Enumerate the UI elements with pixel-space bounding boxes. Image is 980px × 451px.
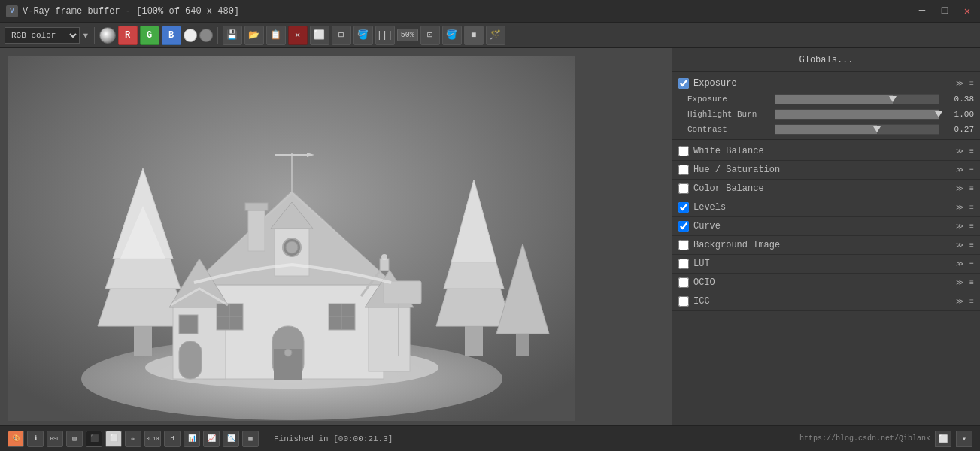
zoom-region-btn[interactable]: ⊡ [420, 26, 440, 45]
svg-rect-41 [380, 259, 389, 271]
contrast-label: Contrast [687, 125, 770, 134]
app-logo: V [6, 5, 18, 17]
background-image-checkbox[interactable] [678, 240, 689, 250]
copy-btn[interactable]: 📋 [266, 26, 286, 45]
open-btn[interactable]: 📂 [244, 26, 264, 45]
highlight-burn-fill [775, 110, 939, 119]
close-button[interactable]: ✕ [960, 5, 974, 17]
lut-expand-icon[interactable]: ≫ [956, 259, 963, 268]
close-render-btn[interactable]: ✕ [288, 26, 308, 45]
clone-btn[interactable]: 🪣 [353, 26, 373, 45]
curve-menu-icon[interactable]: ≡ [969, 222, 974, 231]
icc-checkbox[interactable] [678, 296, 689, 307]
statusbar-hsl-btn[interactable]: HSL [47, 431, 63, 447]
title-left: V V-Ray frame buffer - [100% of 640 x 48… [6, 5, 239, 17]
color-picker-btn[interactable] [99, 27, 116, 44]
blue-channel-btn[interactable]: B [162, 26, 181, 45]
statusbar-grid-btn[interactable]: ▦ [242, 431, 259, 447]
exposure-slider-label: Exposure [687, 95, 770, 104]
globals-header: Globals... [672, 48, 980, 72]
statusbar-info-btn[interactable]: ℹ [27, 431, 44, 447]
levels-expand-icon[interactable]: ≫ [956, 203, 963, 212]
background-image-menu-icon[interactable]: ≡ [969, 241, 974, 250]
svg-rect-32 [179, 341, 202, 379]
curve-checkbox[interactable] [678, 221, 689, 232]
url-link[interactable]: https://blog.csdn.net/Qiblank [799, 434, 930, 443]
title-bar: V V-Ray frame buffer - [100% of 640 x 48… [0, 0, 980, 23]
stop-btn[interactable]: ■ [464, 26, 484, 45]
dropdown-arrow[interactable]: ▾ [82, 28, 90, 43]
statusbar-dark-btn[interactable]: ⬛ [86, 431, 102, 447]
statusbar-h-btn[interactable]: H [164, 431, 181, 447]
color-balance-label: Color Balance [693, 183, 951, 194]
tile-btn[interactable]: ⊞ [332, 26, 351, 45]
icc-menu-icon[interactable]: ≡ [969, 298, 974, 306]
background-image-label: Background Image [693, 240, 951, 250]
color-mode-select[interactable]: RGB color [5, 27, 80, 44]
svg-rect-22 [245, 203, 268, 210]
statusbar-color-btn[interactable]: 🎨 [8, 431, 24, 447]
exposure-slider-track[interactable] [775, 94, 939, 104]
save-btn[interactable]: 💾 [223, 26, 242, 45]
effect-row-lut: LUT ≫ ≡ [672, 255, 980, 274]
render-frame [8, 56, 575, 421]
ocio-checkbox[interactable] [678, 277, 689, 288]
render-btn[interactable]: 🪣 [442, 26, 462, 45]
white-circle-btn[interactable] [184, 29, 197, 42]
effect-row-curve: Curve ≫ ≡ [672, 217, 980, 236]
statusbar-expand-btn[interactable]: ▾ [956, 431, 972, 447]
statusbar-light-btn[interactable]: ⬜ [105, 431, 122, 447]
lut-checkbox[interactable] [678, 259, 689, 269]
main-toolbar: RGB color ▾ R G B 💾 📂 📋 ✕ ⬜ ⊞ 🪣 ||| 50% … [0, 23, 980, 48]
contrast-track[interactable] [775, 124, 939, 135]
hue-saturation-menu-icon[interactable]: ≡ [969, 166, 974, 174]
statusbar-frame-btn[interactable]: ⬜ [935, 431, 951, 447]
ocio-menu-icon[interactable]: ≡ [969, 279, 974, 287]
region-btn[interactable]: ⬜ [310, 26, 329, 45]
exposure-checkbox[interactable] [678, 78, 689, 89]
highlight-burn-thumb [935, 111, 942, 117]
color-balance-checkbox[interactable] [678, 183, 689, 194]
magic-btn[interactable]: 🪄 [486, 26, 505, 45]
statusbar-edit-btn[interactable]: ✏ [125, 431, 141, 447]
exposure-label: Exposure [693, 78, 951, 89]
red-channel-btn[interactable]: R [118, 26, 138, 45]
lut-menu-icon[interactable]: ≡ [969, 260, 974, 268]
right-panel: Globals... Exposure ≫ ≡ Exposure 0.38 [672, 48, 980, 425]
effect-row-background-image: Background Image ≫ ≡ [672, 236, 980, 255]
statusbar-num-btn[interactable]: 0.10 [144, 431, 161, 447]
window-title: V-Ray frame buffer - [100% of 640 x 480] [23, 6, 239, 17]
exposure-expand-icon[interactable]: ≫ [956, 79, 963, 88]
contrast-slider-row: Contrast 0.27 [672, 122, 980, 137]
levels-menu-icon[interactable]: ≡ [969, 204, 974, 212]
color-balance-expand-icon[interactable]: ≫ [956, 184, 963, 193]
background-image-expand-icon[interactable]: ≫ [956, 241, 963, 250]
channel-btn[interactable]: ||| [375, 26, 395, 45]
statusbar-chart3-btn[interactable]: 📉 [223, 431, 239, 447]
hue-saturation-expand-icon[interactable]: ≫ [956, 165, 963, 174]
gray-circle-btn[interactable] [199, 29, 213, 42]
white-balance-checkbox[interactable] [678, 146, 689, 156]
icc-label: ICC [693, 296, 951, 307]
levels-checkbox[interactable] [678, 202, 689, 213]
hue-saturation-checkbox[interactable] [678, 165, 689, 175]
white-balance-menu-icon[interactable]: ≡ [969, 147, 974, 156]
statusbar-chart2-btn[interactable]: 📈 [203, 431, 220, 447]
white-balance-expand-icon[interactable]: ≫ [956, 147, 963, 156]
maximize-button[interactable]: □ [938, 5, 951, 17]
green-channel-btn[interactable]: G [140, 26, 159, 45]
statusbar-chart1-btn[interactable]: 📊 [184, 431, 200, 447]
icc-expand-icon[interactable]: ≫ [956, 297, 963, 306]
minimize-button[interactable]: ─ [915, 5, 929, 17]
globals-button[interactable]: Globals... [799, 55, 853, 65]
ocio-expand-icon[interactable]: ≫ [956, 278, 963, 287]
effect-row-levels: Levels ≫ ≡ [672, 198, 980, 217]
color-balance-menu-icon[interactable]: ≡ [969, 185, 974, 193]
curve-expand-icon[interactable]: ≫ [956, 222, 963, 231]
svg-rect-44 [384, 281, 421, 304]
highlight-burn-track[interactable] [775, 109, 939, 120]
exposure-menu-icon[interactable]: ≡ [969, 80, 974, 88]
statusbar-list-btn[interactable]: ▤ [66, 431, 83, 447]
toolbar-sep-1 [94, 27, 95, 44]
exposure-section-header: Exposure ≫ ≡ [672, 75, 980, 92]
